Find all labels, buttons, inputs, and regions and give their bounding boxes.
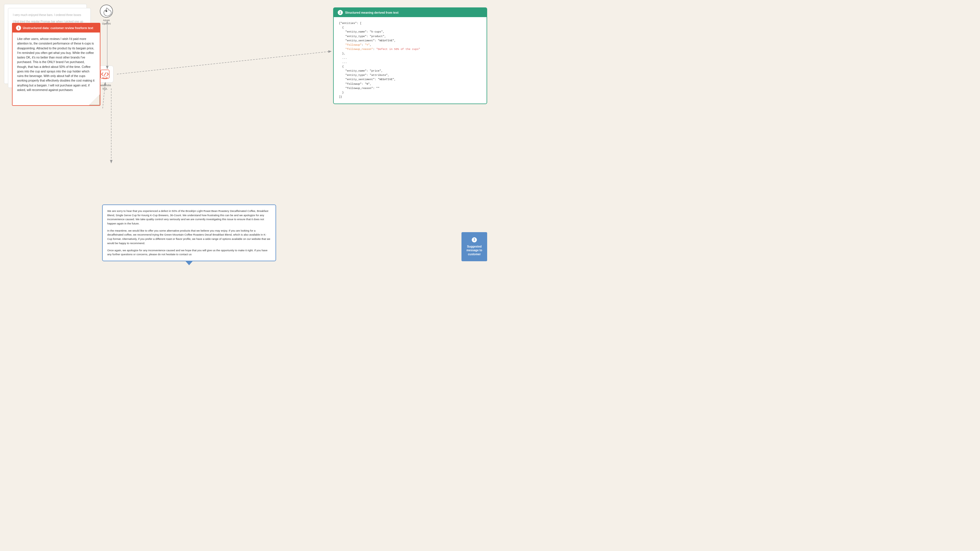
json-line-7: "followup_reason": "Defect in 50% of the…	[339, 48, 420, 51]
json-card: 2 Structured meaning derived from text {…	[333, 7, 487, 104]
suggested-label-text: Suggested message to customer	[465, 245, 484, 256]
review-card-header: 1 Unstructured data: customer review fre…	[13, 23, 100, 32]
json-badge: 2	[338, 10, 343, 15]
suggested-badge: 3	[472, 237, 477, 242]
review-card-body: Like other users, whose reviews I wish I…	[13, 32, 100, 97]
json-line-10: ...	[339, 61, 347, 64]
json-line-2: {	[339, 26, 344, 29]
suggested-label: 3 Suggested message to customer	[461, 232, 487, 261]
review-card: 1 Unstructured data: customer review fre…	[12, 23, 100, 106]
svg-line-3	[104, 73, 106, 76]
json-line-6: "followup": "Y",	[339, 43, 371, 46]
fold-corner-inner	[89, 95, 99, 105]
message-para-3: Once again, we apologize for any inconve…	[107, 248, 271, 257]
json-line-8: },	[339, 52, 345, 55]
json-line-13: "entity_type": "attribute",	[339, 73, 389, 77]
message-para-1: We are sorry to hear that you experience…	[107, 209, 271, 226]
json-body: {"entities": [ { "entity_name": "k-cups"…	[334, 17, 487, 104]
message-arrow-down	[185, 261, 193, 265]
json-line-11: {	[339, 65, 344, 68]
azure-label: AzureOpenAI	[102, 19, 111, 25]
json-line-17: }	[339, 91, 344, 94]
json-card-header: 2 Structured meaning derived from text	[334, 8, 487, 17]
review-card-footer	[13, 97, 100, 105]
json-line-14: "entity_sentiment": "NEGATIVE",	[339, 78, 396, 81]
json-line-4: "entity_type": "product",	[339, 35, 386, 38]
review-badge: 1	[16, 25, 21, 30]
json-line-15: "followup": "N",	[339, 83, 371, 86]
json-line-16: "followup_reason": ""	[339, 87, 380, 90]
databricks-icon	[100, 69, 110, 80]
json-line-5: "entity_sentiment": "NEGATIVE",	[339, 39, 396, 42]
json-line-1: {"entities": [	[339, 22, 362, 25]
bg-card-text-2: I very much enjoyed these bars. I ordere…	[13, 13, 86, 17]
azure-openai-box: AzureOpenAI	[100, 5, 113, 25]
databricks-label: DatabricksSQL	[99, 84, 111, 91]
message-card: We are sorry to hear that you experience…	[102, 204, 276, 261]
message-para-2: In the meantime, we would like to offer …	[107, 229, 271, 245]
svg-point-1	[105, 10, 107, 12]
json-line-9: ...	[339, 56, 347, 60]
svg-point-4	[103, 77, 107, 78]
json-line-3: "entity_name": "k-cups",	[339, 30, 385, 33]
json-header-text: Structured meaning derived from text	[345, 11, 398, 14]
json-line-12: "entity_name": "price",	[339, 69, 383, 72]
review-header-text: Unstructured data: customer review freef…	[23, 26, 93, 30]
svg-line-9	[117, 51, 331, 74]
json-line-18: ]}	[339, 95, 342, 99]
azure-openai-icon	[100, 5, 113, 18]
